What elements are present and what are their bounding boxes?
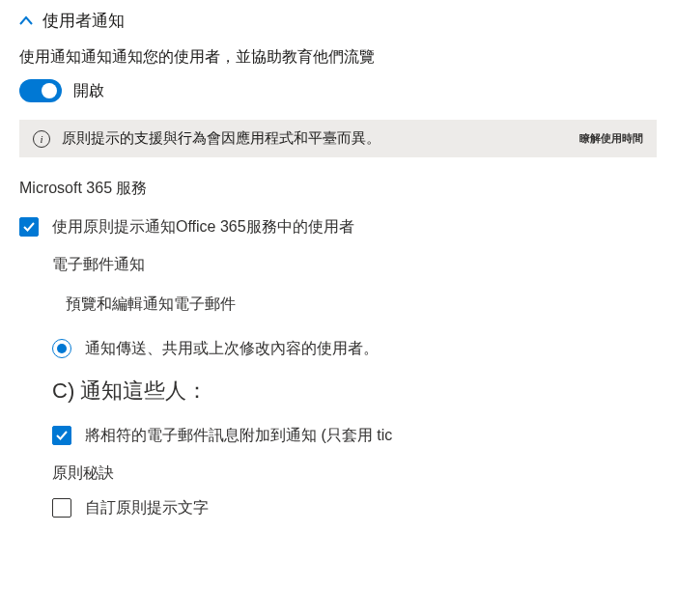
- email-notification-title: 電子郵件通知: [52, 255, 657, 275]
- section-title: 使用者通知: [42, 10, 125, 32]
- preview-edit-link[interactable]: 預覽和編輯通知電子郵件: [66, 294, 657, 315]
- section-description: 使用通知通知通知您的使用者，並協助教育他們流覽: [19, 47, 657, 68]
- radio-notify-sender[interactable]: [52, 339, 71, 358]
- checkbox-attach-email[interactable]: [52, 426, 71, 445]
- notifications-toggle[interactable]: [19, 79, 62, 102]
- radio-dot: [57, 344, 67, 353]
- checkbox-label: 將相符的電子郵件訊息附加到通知 (只套用 tic: [85, 425, 392, 446]
- toggle-knob: [42, 83, 57, 98]
- checkbox-notify-office[interactable]: [19, 217, 39, 237]
- radio-label: 通知傳送、共用或上次修改內容的使用者。: [85, 338, 379, 359]
- policy-tips-title: 原則秘訣: [52, 463, 657, 484]
- info-left: i 原則提示的支援與行為會因應用程式和平臺而異。: [33, 129, 380, 148]
- checkbox-row-attach: 將相符的電子郵件訊息附加到通知 (只套用 tic: [52, 425, 657, 446]
- radio-row-notify-sender: 通知傳送、共用或上次修改內容的使用者。: [52, 338, 657, 359]
- info-banner: i 原則提示的支援與行為會因應用程式和平臺而異。 瞭解使用時間: [19, 120, 657, 157]
- heading-notify-these: C) 通知這些人：: [52, 377, 657, 406]
- toggle-row: 開啟: [19, 79, 657, 102]
- toggle-label: 開啟: [73, 81, 104, 101]
- checkbox-label: 自訂原則提示文字: [85, 497, 209, 518]
- info-icon: i: [33, 130, 50, 148]
- learn-more-link[interactable]: 瞭解使用時間: [579, 131, 643, 146]
- checkbox-row-customize: 自訂原則提示文字: [52, 497, 657, 518]
- info-text: 原則提示的支援與行為會因應用程式和平臺而異。: [62, 129, 380, 148]
- checkbox-customize-text[interactable]: [52, 498, 71, 518]
- services-title: Microsoft 365 服務: [19, 179, 657, 199]
- section-header[interactable]: 使用者通知: [19, 10, 657, 32]
- checkbox-row-notify-office: 使用原則提示通知Office 365服務中的使用者: [19, 216, 657, 238]
- checkbox-label: 使用原則提示通知Office 365服務中的使用者: [52, 216, 354, 238]
- chevron-up-icon: [19, 14, 33, 28]
